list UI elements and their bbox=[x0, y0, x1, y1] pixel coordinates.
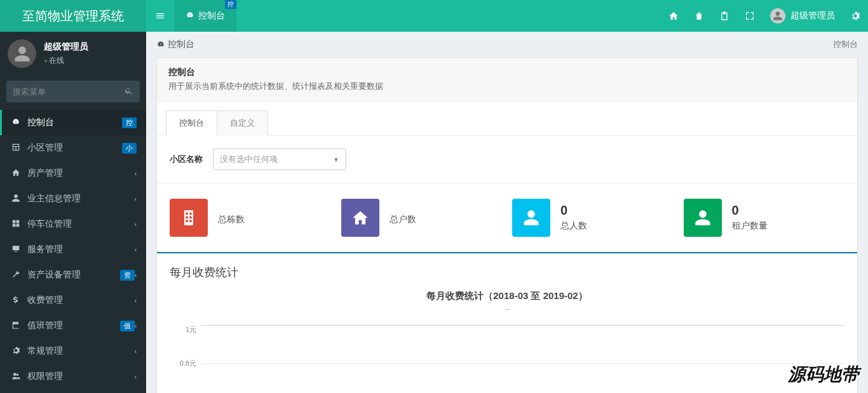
breadcrumb-right: 控制台 bbox=[833, 39, 858, 50]
sidebar-item-label: 停车位管理 bbox=[27, 218, 135, 230]
panel-title: 控制台 bbox=[168, 67, 846, 78]
tab-label: 控制台 bbox=[198, 10, 225, 22]
dashboard-icon bbox=[10, 117, 22, 128]
home-icon bbox=[10, 168, 22, 179]
sidebar-badge: 值 bbox=[120, 321, 135, 331]
monitor-icon bbox=[10, 244, 22, 255]
y-tick-label: 0.8元 bbox=[180, 359, 196, 368]
stat-card-2: 0总人数 bbox=[512, 199, 674, 237]
sidebar-badge: 小 bbox=[122, 143, 137, 154]
header-tabs: 控制台控 bbox=[174, 0, 236, 32]
stat-label: 总人数 bbox=[560, 220, 587, 232]
avatar bbox=[8, 39, 36, 68]
sidebar-item-label: 房产管理 bbox=[27, 168, 135, 179]
wrench-icon bbox=[10, 270, 22, 281]
search-icon[interactable] bbox=[125, 86, 133, 97]
menu-toggle-button[interactable] bbox=[146, 0, 174, 32]
tab-badge: 控 bbox=[225, 0, 236, 9]
chevron-left-icon: ‹ bbox=[135, 170, 137, 177]
sidebar-item-7[interactable]: 收费管理‹ bbox=[0, 288, 146, 313]
menu-search[interactable] bbox=[6, 81, 140, 102]
settings-icon[interactable] bbox=[843, 0, 868, 32]
clipboard-icon[interactable] bbox=[712, 0, 737, 32]
topbar-user[interactable]: 超级管理员 bbox=[763, 0, 843, 32]
chart-area: 1元0.8元0.6元 bbox=[170, 325, 844, 393]
sidebar-item-label: 常规管理 bbox=[27, 345, 135, 357]
chevron-left-icon: ‹ bbox=[135, 373, 137, 380]
chevron-left-icon: ‹ bbox=[135, 272, 137, 279]
chevron-left-icon: ‹ bbox=[135, 196, 137, 203]
stat-label: 总栋数 bbox=[218, 214, 245, 225]
calendar-icon bbox=[10, 321, 22, 331]
chart-grid bbox=[201, 325, 844, 393]
sidebar-item-0[interactable]: 控制台控 bbox=[0, 110, 146, 135]
breadcrumb-left: 控制台 bbox=[168, 39, 194, 50]
chevron-left-icon: ‹ bbox=[135, 348, 137, 355]
user-name: 超级管理员 bbox=[44, 41, 88, 53]
stat-label: 总户数 bbox=[390, 214, 416, 225]
sidebar-badge: 控 bbox=[122, 117, 137, 128]
sidebar-item-4[interactable]: 停车位管理‹ bbox=[0, 211, 146, 237]
sidebar-item-label: 收费管理 bbox=[27, 295, 135, 306]
chevron-left-icon: ‹ bbox=[135, 246, 137, 253]
user-icon bbox=[10, 194, 22, 204]
grid-icon bbox=[10, 219, 22, 230]
sidebar-item-label: 服务管理 bbox=[27, 244, 135, 255]
trash-icon[interactable] bbox=[686, 0, 712, 32]
breadcrumb: 控制台 控制台 bbox=[146, 32, 868, 57]
sidebar-item-label: 权限管理 bbox=[27, 371, 135, 382]
sidebar-item-10[interactable]: 权限管理‹ bbox=[0, 364, 146, 389]
user-panel: 超级管理员 ●在线 bbox=[0, 32, 146, 76]
chart-subtitle: -- bbox=[170, 305, 844, 312]
stat-card-3: 0租户数量 bbox=[684, 199, 845, 237]
sidebar-item-2[interactable]: 房产管理‹ bbox=[0, 161, 146, 186]
chart-section-title: 每月收费统计 bbox=[170, 265, 844, 280]
home-icon bbox=[341, 199, 379, 237]
sub-tabs: 控制台自定义 bbox=[157, 102, 857, 136]
panel-desc: 用于展示当前系统中的统计数据、统计报表及相关重要数据 bbox=[168, 81, 846, 92]
chevron-left-icon: ‹ bbox=[135, 323, 137, 330]
layout-icon bbox=[10, 143, 22, 154]
user-avatar-icon bbox=[770, 8, 785, 23]
fullscreen-icon[interactable] bbox=[737, 0, 763, 32]
sidebar-menu: 控制台控小区管理小房产管理‹业主信息管理‹停车位管理‹服务管理‹资产设备管理资‹… bbox=[0, 110, 146, 393]
stat-value: 0 bbox=[732, 204, 768, 216]
filter-label: 小区名称 bbox=[170, 154, 203, 165]
cog-icon bbox=[10, 346, 22, 357]
header-tab-0[interactable]: 控制台控 bbox=[174, 0, 236, 32]
sidebar-item-9[interactable]: 常规管理‹ bbox=[0, 338, 146, 364]
sidebar-item-6[interactable]: 资产设备管理资‹ bbox=[0, 262, 146, 288]
sidebar-item-label: 控制台 bbox=[27, 117, 122, 128]
user-icon bbox=[684, 199, 722, 237]
dollar-icon bbox=[10, 295, 22, 306]
brand-title: 至简物业管理系统 bbox=[0, 0, 146, 32]
y-tick-label: 1元 bbox=[186, 325, 196, 335]
search-input[interactable] bbox=[13, 87, 125, 97]
sidebar-item-3[interactable]: 业主信息管理‹ bbox=[0, 186, 146, 211]
dashboard-icon bbox=[186, 11, 194, 22]
user-status: ●在线 bbox=[44, 55, 88, 66]
sidebar-item-8[interactable]: 值班管理值‹ bbox=[0, 313, 146, 338]
chevron-down-icon: ▼ bbox=[333, 156, 339, 163]
chart-title: 每月收费统计（2018-03 至 2019-02） bbox=[170, 290, 844, 302]
panel-header: 控制台 用于展示当前系统中的统计数据、统计报表及相关重要数据 bbox=[157, 58, 857, 102]
select-placeholder: 没有选中任何项 bbox=[220, 154, 278, 165]
home-icon[interactable] bbox=[661, 0, 686, 32]
sidebar-item-1[interactable]: 小区管理小 bbox=[0, 135, 146, 161]
sidebar-item-5[interactable]: 服务管理‹ bbox=[0, 237, 146, 262]
sidebar-item-label: 资产设备管理 bbox=[27, 269, 120, 281]
stat-card-0: 总栋数 bbox=[170, 199, 331, 237]
stat-value: 0 bbox=[560, 204, 587, 216]
users-icon bbox=[10, 371, 22, 382]
stats-row: 总栋数总户数0总人数0租户数量 bbox=[157, 183, 857, 253]
sidebar-item-label: 业主信息管理 bbox=[27, 193, 135, 204]
chevron-left-icon: ‹ bbox=[135, 221, 137, 228]
community-select[interactable]: 没有选中任何项 ▼ bbox=[213, 149, 346, 170]
topbar: 控制台控 超级管理员 bbox=[146, 0, 868, 32]
subtab-1[interactable]: 自定义 bbox=[217, 110, 268, 136]
sidebar-item-label: 值班管理 bbox=[27, 320, 120, 331]
topbar-user-name: 超级管理员 bbox=[790, 10, 835, 22]
subtab-0[interactable]: 控制台 bbox=[166, 110, 217, 136]
user-icon bbox=[512, 199, 550, 237]
building-icon bbox=[170, 199, 208, 237]
